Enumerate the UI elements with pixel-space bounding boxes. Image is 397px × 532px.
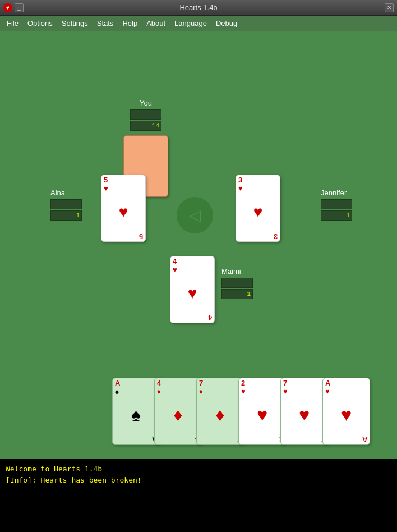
player-maimi-score1 bbox=[221, 278, 253, 288]
hand-card-2[interactable]: 7 ♦ ♦ 7 bbox=[196, 378, 244, 445]
hand-card-5[interactable]: A ♥ ♥ A bbox=[322, 378, 370, 445]
hand-card-2-value: 7 bbox=[197, 378, 243, 388]
hand-card-1-center: ♦ bbox=[155, 395, 201, 435]
title-bar: ♥ _ Hearts 1.4b ✕ bbox=[0, 0, 397, 16]
hand-card-3-value: 2 bbox=[239, 378, 285, 388]
jennifer-card-bottom: 3 bbox=[271, 232, 280, 241]
player-maimi: Maimi 1 bbox=[221, 267, 253, 299]
menu-about[interactable]: About bbox=[142, 17, 170, 30]
hand-card-4-value: 7 bbox=[281, 378, 327, 388]
menu-options[interactable]: Options bbox=[23, 17, 57, 30]
menu-bar: File Options Settings Stats Help About L… bbox=[0, 16, 397, 31]
hand-card-4-suit: ♥ bbox=[281, 388, 327, 395]
player-aina-score1 bbox=[50, 199, 82, 209]
aina-card-bottom: 5 bbox=[137, 232, 145, 241]
hand-card-0[interactable]: A ♠ ♠ A bbox=[112, 378, 160, 445]
hand-card-1-value: 4 bbox=[155, 378, 201, 388]
player-you-scores: 14 bbox=[130, 109, 161, 131]
jennifer-card-center: ♥ bbox=[236, 192, 280, 232]
player-aina-label: Aina bbox=[50, 189, 65, 197]
hand-card-5-center: ♥ bbox=[323, 395, 370, 435]
hand-card-2-suit: ♦ bbox=[197, 388, 243, 395]
player-you-score1 bbox=[130, 109, 161, 120]
log-line-1: [Info]: Hearts has been broken! bbox=[6, 475, 391, 486]
player-maimi-scores: 1 bbox=[221, 278, 253, 299]
title-bar-left: ♥ _ bbox=[3, 3, 24, 12]
maimi-card-center: ♥ bbox=[170, 273, 214, 313]
hand-card-0-center: ♠ bbox=[113, 395, 159, 435]
menu-settings[interactable]: Settings bbox=[57, 17, 93, 30]
hand-card-1[interactable]: 4 ♦ ♦ 4 bbox=[154, 378, 202, 445]
hand-card-0-value: A bbox=[113, 378, 159, 388]
center-arrow-icon: ◁ bbox=[189, 208, 201, 223]
close-button[interactable]: ✕ bbox=[385, 3, 394, 12]
minimize-button[interactable]: _ bbox=[15, 3, 24, 12]
aina-card-center: ♥ bbox=[101, 192, 145, 232]
log-line-0: Welcome to Hearts 1.4b bbox=[6, 464, 391, 475]
player-jennifer-label: Jennifer bbox=[321, 189, 347, 197]
player-maimi-label: Maimi bbox=[221, 267, 241, 276]
aina-card-value: 5 bbox=[101, 175, 145, 185]
menu-language[interactable]: Language bbox=[170, 17, 211, 30]
jennifer-card-value: 3 bbox=[236, 175, 280, 185]
player-you-label: You bbox=[140, 99, 152, 107]
hand-card-3[interactable]: 2 ♥ ♥ 2 bbox=[238, 378, 286, 445]
player-jennifer: Jennifer 1 bbox=[321, 189, 352, 221]
maimi-card-value: 4 bbox=[170, 256, 214, 266]
hand-card-3-center: ♥ bbox=[239, 395, 285, 435]
title-bar-controls: ✕ bbox=[385, 3, 394, 12]
hand-card-5-value: A bbox=[323, 378, 370, 388]
hand-card-3-suit: ♥ bbox=[239, 388, 285, 395]
player-aina: Aina 1 bbox=[50, 189, 82, 221]
table-card-aina: 5 ♥ ♥ 5 bbox=[101, 175, 146, 242]
center-action-button[interactable]: ◁ bbox=[177, 197, 213, 233]
game-area: You 14 Aina 1 5 ♥ ♥ 5 3 ♥ ♥ 3 4 ♥ ♥ 4 bbox=[0, 31, 397, 459]
player-jennifer-scores: 1 bbox=[321, 199, 352, 221]
app-icon: ♥ bbox=[3, 3, 12, 12]
log-area: Welcome to Hearts 1.4b [Info]: Hearts ha… bbox=[0, 459, 397, 532]
hand-card-4[interactable]: 7 ♥ ♥ 7 bbox=[280, 378, 328, 445]
aina-card-suit-top: ♥ bbox=[101, 185, 145, 192]
maimi-card-suit-top: ♥ bbox=[170, 266, 214, 273]
maimi-card-bottom: 4 bbox=[206, 313, 214, 323]
player-jennifer-score2: 1 bbox=[321, 210, 352, 221]
hand-card-5-bottom: A bbox=[360, 435, 370, 444]
menu-help[interactable]: Help bbox=[118, 17, 142, 30]
menu-stats[interactable]: Stats bbox=[93, 17, 118, 30]
hand-card-5-suit: ♥ bbox=[323, 388, 370, 395]
hand-card-0-suit: ♠ bbox=[113, 388, 159, 395]
player-hand: A ♠ ♠ A 4 ♦ ♦ 4 7 ♦ ♦ 7 2 ♥ ♥ 2 7 ♥ bbox=[112, 378, 370, 445]
player-aina-scores: 1 bbox=[50, 199, 82, 221]
player-you-score2: 14 bbox=[130, 121, 161, 131]
window-title: Hearts 1.4b bbox=[179, 3, 217, 12]
player-maimi-score2: 1 bbox=[221, 289, 253, 299]
menu-file[interactable]: File bbox=[2, 17, 23, 30]
hand-card-4-center: ♥ bbox=[281, 395, 327, 435]
jennifer-card-suit-top: ♥ bbox=[236, 185, 280, 192]
table-card-jennifer: 3 ♥ ♥ 3 bbox=[236, 175, 280, 242]
menu-debug[interactable]: Debug bbox=[211, 17, 242, 30]
hand-card-2-center: ♦ bbox=[197, 395, 243, 435]
player-jennifer-score1 bbox=[321, 199, 352, 209]
hand-card-1-suit: ♦ bbox=[155, 388, 201, 395]
table-card-maimi: 4 ♥ ♥ 4 bbox=[170, 256, 215, 323]
player-aina-score2: 1 bbox=[50, 210, 82, 221]
